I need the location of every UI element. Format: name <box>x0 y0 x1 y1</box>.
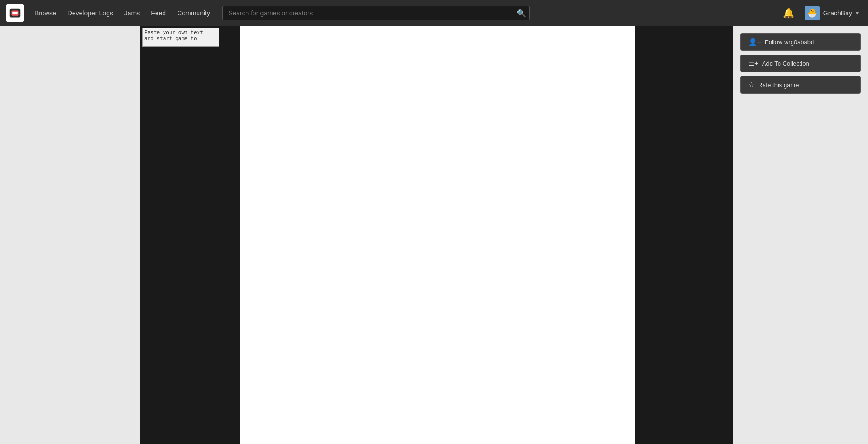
navbar: Browse Developer Logs Jams Feed Communit… <box>0 0 868 26</box>
textarea-wrapper: Paste your own text and start game to <box>142 28 238 48</box>
nav-community[interactable]: Community <box>172 7 215 20</box>
nav-developer-logs[interactable]: Developer Logs <box>63 7 118 20</box>
nav-jams[interactable]: Jams <box>120 7 144 20</box>
star-icon: ☆ <box>748 81 754 89</box>
game-inner: Paste your own text and start game to <box>140 26 733 444</box>
navbar-right: 🔔 🐣 GrachBay ▾ <box>781 4 862 22</box>
nav-links: Browse Developer Logs Jams Feed Communit… <box>30 7 215 20</box>
nav-feed[interactable]: Feed <box>146 7 171 20</box>
nav-browse[interactable]: Browse <box>30 7 61 20</box>
follow-icon: 👤+ <box>748 38 761 46</box>
game-left-panel: Paste your own text and start game to <box>140 26 240 444</box>
game-canvas[interactable] <box>240 26 635 444</box>
left-sidebar <box>0 26 140 444</box>
collection-label: Add To Collection <box>762 60 809 67</box>
collection-icon: ☰+ <box>748 59 759 68</box>
avatar: 🐣 <box>805 6 820 20</box>
search-icon-button[interactable]: 🔍 <box>517 8 526 17</box>
svg-rect-3 <box>12 12 17 14</box>
game-text-input[interactable]: Paste your own text and start game to <box>142 28 219 47</box>
add-to-collection-button[interactable]: ☰+ Add To Collection <box>740 55 861 72</box>
user-menu[interactable]: 🐣 GrachBay ▾ <box>801 4 862 22</box>
site-logo[interactable] <box>6 4 24 22</box>
search-input[interactable] <box>222 6 530 20</box>
game-area: Paste your own text and start game to <box>140 26 733 444</box>
username: GrachBay <box>823 9 852 17</box>
follow-label: Follow wrg0ababd <box>765 39 814 46</box>
right-sidebar: 👤+ Follow wrg0ababd ☰+ Add To Collection… <box>733 26 868 444</box>
rate-label: Rate this game <box>758 82 799 89</box>
chevron-down-icon: ▾ <box>856 10 859 16</box>
notification-button[interactable]: 🔔 <box>781 6 796 20</box>
search-bar: 🔍 <box>222 6 530 20</box>
game-right-panel <box>635 26 733 444</box>
main-content: Paste your own text and start game to 👤+… <box>0 26 868 444</box>
rate-game-button[interactable]: ☆ Rate this game <box>740 76 861 94</box>
follow-button[interactable]: 👤+ Follow wrg0ababd <box>740 33 861 51</box>
